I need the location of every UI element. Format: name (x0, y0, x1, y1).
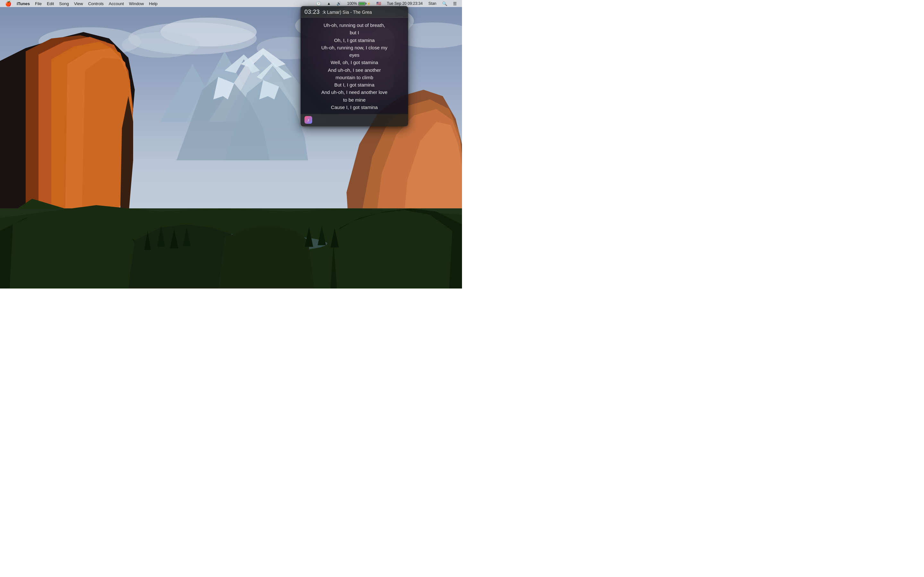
svg-marker-44 (218, 226, 314, 288)
menu-view[interactable]: View (71, 0, 86, 7)
menu-edit[interactable]: Edit (44, 0, 57, 7)
menu-account[interactable]: Account (106, 0, 126, 7)
lyrics-line: Well, oh, I got stamina (306, 59, 403, 66)
spotlight-button[interactable]: 🔍 (439, 0, 450, 7)
lyrics-line: eyes (306, 51, 403, 59)
lyrics-line: And uh-oh, I need another love (306, 89, 403, 96)
lyrics-text: Uh-oh, running out of breath,but IOh, I,… (300, 18, 408, 114)
lyrics-line: And uh-oh, I see another (306, 66, 403, 74)
lyrics-popup: 03:23 :k Lamar) Sia - The Grea Uh-oh, ru… (300, 6, 408, 126)
power-icon: ⚡ (367, 2, 371, 5)
music-note-icon: ♪ (307, 117, 310, 122)
lyrics-line: Oh, I, I got stamina (306, 37, 403, 44)
song-info: :k Lamar) Sia - The Grea (322, 10, 404, 15)
notification-center-button[interactable]: ☰ (451, 0, 459, 7)
lyrics-line: mountain to climb (306, 74, 403, 81)
lyrics-line: but I (306, 29, 403, 36)
volume-icon: 🔊 (336, 1, 341, 6)
menu-song[interactable]: Song (57, 0, 71, 7)
lyrics-line: Uh-oh, running now, I close my (306, 44, 403, 51)
menu-itunes[interactable]: iTunes (14, 0, 32, 7)
apple-menu[interactable]: 🍎 (3, 0, 14, 7)
lyrics-footer: ♪ (300, 114, 408, 126)
battery-percent-text: 100% (347, 1, 357, 6)
lyrics-header: 03:23 :k Lamar) Sia - The Grea (300, 6, 408, 18)
menu-window[interactable]: Window (126, 0, 146, 7)
menu-help[interactable]: Help (146, 0, 160, 7)
lyrics-line: to be mine (306, 96, 403, 103)
playback-time: 03:23 (304, 9, 320, 15)
menubar-left: 🍎 iTunes File Edit Song View Controls Ac… (3, 0, 160, 7)
search-icon: 🔍 (442, 1, 447, 6)
lyrics-line: Cause I, I got stamina (306, 103, 403, 111)
clock-icon: 🕐 (316, 1, 321, 6)
lyrics-line: Uh-oh, running out of breath, (306, 21, 403, 29)
flag-icon: 🇺🇸 (376, 1, 381, 6)
battery-fill (359, 3, 365, 5)
lyrics-line: But I, I got stamina (306, 81, 403, 89)
wifi-icon: ▲ (327, 1, 331, 6)
user-name-display[interactable]: Stan (426, 0, 439, 7)
lyrics-body: Uh-oh, running out of breath,but IOh, I,… (300, 18, 408, 114)
battery-bar (359, 2, 365, 5)
datetime-text: Tue Sep 20 09:23:34 (387, 1, 423, 6)
user-name-text: Stan (428, 1, 436, 6)
menu-file[interactable]: File (32, 0, 44, 7)
apple-icon: 🍎 (5, 1, 11, 7)
itunes-logo-icon: ♪ (304, 116, 312, 124)
menu-controls[interactable]: Controls (86, 0, 106, 7)
notification-icon: ☰ (453, 1, 457, 6)
